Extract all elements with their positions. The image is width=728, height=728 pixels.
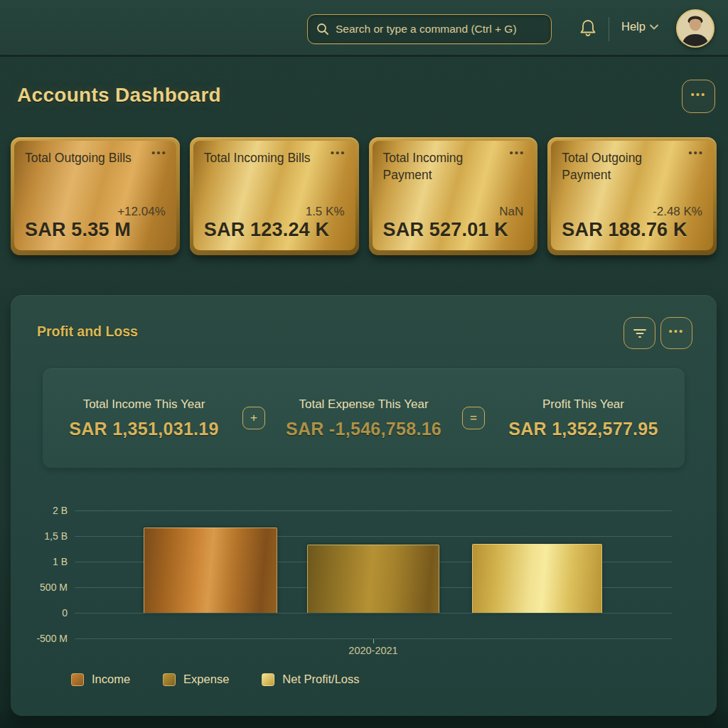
card-total-incoming-payment[interactable]: Total Incoming Payment ••• NaN SAR 527.0… — [369, 137, 538, 255]
y-axis-tick-label: 1 B — [53, 556, 68, 567]
kpi-cards-row: Total Outgoing Bills ••• +12.04% SAR 5.3… — [11, 137, 717, 255]
card-menu-button[interactable]: ••• — [509, 148, 525, 159]
stat-label: Profit This Year — [503, 397, 663, 412]
stat-label: Total Income This Year — [64, 397, 224, 412]
panel-title: Profit and Loss — [37, 323, 138, 340]
card-face: Total Outgoing Payment ••• -2.48 K% SAR … — [551, 141, 713, 250]
y-axis-tick-label: 2 B — [53, 505, 68, 516]
card-face: Total Incoming Payment ••• NaN SAR 527.0… — [373, 141, 535, 250]
card-menu-button[interactable]: ••• — [151, 148, 167, 159]
y-axis-tick-label: 500 M — [40, 582, 68, 593]
y-axis-tick-label: 0 — [62, 607, 68, 619]
search-input[interactable] — [336, 23, 542, 36]
chevron-down-icon — [650, 24, 658, 30]
legend-item-expense[interactable]: Expense — [163, 673, 229, 686]
card-label: Total Incoming Payment — [383, 150, 511, 183]
card-change: NaN — [383, 205, 524, 219]
bar-net-profit-loss[interactable] — [472, 544, 602, 613]
x-axis-tick — [373, 639, 374, 643]
filter-button[interactable] — [623, 317, 655, 349]
legend-label: Net Profit/Loss — [282, 673, 359, 686]
top-navbar: Help — [0, 0, 728, 57]
stat-value: SAR -1,546,758.16 — [284, 419, 444, 439]
card-total-outgoing-bills[interactable]: Total Outgoing Bills ••• +12.04% SAR 5.3… — [11, 137, 180, 255]
legend-swatch-income — [71, 673, 84, 686]
card-value: SAR 527.01 K — [383, 219, 524, 241]
equals-operator-icon: = — [462, 407, 485, 429]
stat-profit: Profit This Year SAR 1,352,577.95 — [503, 397, 663, 439]
card-total-incoming-bills[interactable]: Total Incoming Bills ••• 1.5 K% SAR 123.… — [190, 137, 359, 255]
card-label: Total Outgoing Bills — [25, 150, 153, 167]
legend-label: Expense — [183, 673, 229, 686]
y-axis-tick-label: 1,5 B — [44, 530, 68, 542]
ellipsis-icon: ••• — [509, 146, 525, 159]
x-axis-label: 2020-2021 — [75, 645, 672, 656]
help-label: Help — [621, 20, 646, 33]
card-face: Total Outgoing Bills ••• +12.04% SAR 5.3… — [14, 141, 176, 250]
search-icon — [316, 23, 329, 36]
ellipsis-icon: ••• — [151, 146, 167, 159]
stat-value: SAR 1,351,031.19 — [64, 419, 224, 439]
legend-label: Income — [92, 673, 130, 686]
chart-legend: Income Expense Net Profit/Loss — [71, 673, 360, 686]
plus-operator-icon: + — [242, 407, 265, 429]
y-axis-tick-label: -500 M — [36, 633, 68, 644]
global-search[interactable] — [307, 14, 552, 44]
chart-plot — [75, 510, 672, 638]
stat-value: SAR 1,352,577.95 — [503, 419, 663, 439]
profit-loss-panel: Profit and Loss ••• Total Income This Ye… — [11, 295, 717, 716]
card-change: +12.04% — [25, 205, 166, 219]
help-menu[interactable]: Help — [621, 20, 658, 33]
page-title: Accounts Dashboard — [17, 84, 221, 107]
bell-icon — [579, 18, 597, 38]
gridline — [75, 613, 672, 614]
card-menu-button[interactable]: ••• — [688, 148, 704, 159]
stat-label: Total Expense This Year — [284, 397, 444, 412]
bar-expense[interactable] — [307, 545, 439, 613]
legend-swatch-net-profit-loss — [262, 673, 274, 686]
legend-item-income[interactable]: Income — [71, 673, 130, 686]
bar-income[interactable] — [144, 528, 277, 613]
card-total-outgoing-payment[interactable]: Total Outgoing Payment ••• -2.48 K% SAR … — [547, 137, 717, 255]
ellipsis-icon: ••• — [331, 146, 346, 159]
card-change: 1.5 K% — [204, 205, 345, 219]
page-menu-button[interactable]: ••• — [682, 80, 715, 113]
navbar-divider — [609, 17, 609, 41]
accounts-dashboard-page: Help Accounts Dashboard ••• Total Outgoi… — [0, 0, 728, 728]
card-menu-button[interactable]: ••• — [331, 148, 346, 159]
stat-total-expense: Total Expense This Year SAR -1,546,758.1… — [284, 397, 444, 439]
card-face: Total Incoming Bills ••• 1.5 K% SAR 123.… — [193, 141, 355, 250]
card-label: Total Outgoing Payment — [562, 150, 690, 183]
legend-item-net-profit-loss[interactable]: Net Profit/Loss — [262, 673, 359, 686]
legend-swatch-expense — [163, 673, 176, 686]
chart-y-axis: 2 B1,5 B1 B500 M0-500 M — [11, 510, 68, 638]
card-label: Total Incoming Bills — [204, 150, 332, 167]
card-value: SAR 188.76 K — [562, 219, 702, 241]
filter-icon — [633, 328, 646, 338]
user-photo-icon — [678, 11, 713, 46]
user-avatar[interactable] — [676, 9, 714, 48]
panel-menu-button[interactable]: ••• — [660, 317, 692, 349]
gridline — [75, 638, 672, 639]
stat-total-income: Total Income This Year SAR 1,351,031.19 — [64, 397, 224, 439]
card-change: -2.48 K% — [562, 205, 702, 219]
card-value: SAR 5.35 M — [25, 219, 166, 241]
notifications-button[interactable] — [577, 18, 599, 40]
ellipsis-icon: ••• — [688, 146, 704, 159]
summary-strip: Total Income This Year SAR 1,351,031.19 … — [43, 368, 685, 468]
card-value: SAR 123.24 K — [204, 219, 345, 241]
gridline — [75, 510, 672, 511]
